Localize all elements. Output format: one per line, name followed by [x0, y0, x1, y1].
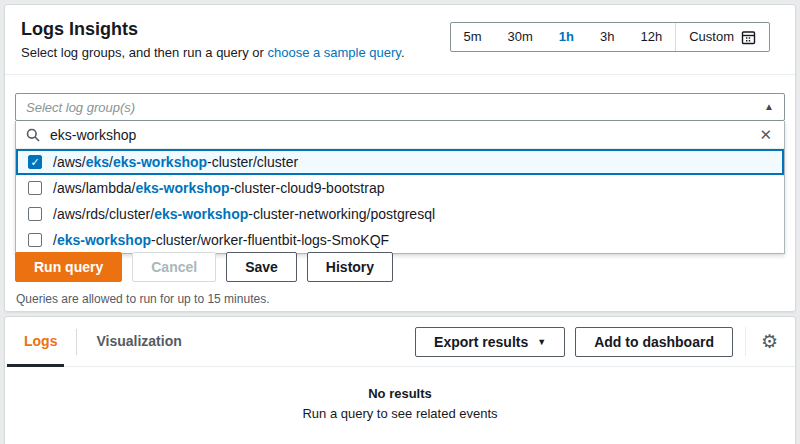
- add-to-dashboard-button[interactable]: Add to dashboard: [575, 327, 733, 357]
- settings-gear-icon[interactable]: ⚙: [756, 332, 783, 351]
- sample-query-link[interactable]: choose a sample query: [267, 45, 400, 60]
- time-range-label: 30m: [508, 23, 533, 51]
- log-group-dropdown: ✕ ✓/aws/eks/eks-workshop-cluster/cluster…: [15, 121, 785, 254]
- tab-logs[interactable]: Logs: [5, 317, 76, 366]
- empty-state-title: No results: [5, 386, 795, 401]
- checkbox-unchecked[interactable]: [28, 207, 42, 221]
- results-tabbar: Logs Visualization Export results ▼ Add …: [5, 317, 795, 367]
- checkbox-unchecked[interactable]: [28, 233, 42, 247]
- results-actions: Export results ▼ Add to dashboard ⚙: [415, 327, 783, 357]
- time-range-option-12h[interactable]: 12h: [628, 23, 676, 51]
- export-results-label: Export results: [434, 334, 528, 350]
- log-group-label: /aws/lambda/eks-workshop-cluster-cloud9-…: [53, 180, 384, 196]
- checkbox-unchecked[interactable]: [28, 181, 42, 195]
- settings-divider: [745, 327, 746, 356]
- log-group-label: /aws/eks/eks-workshop-cluster/cluster: [53, 154, 298, 170]
- log-group-option[interactable]: /aws/lambda/eks-workshop-cluster-cloud9-…: [16, 175, 784, 201]
- time-range-option-custom[interactable]: Custom: [675, 23, 769, 51]
- clear-search-icon[interactable]: ✕: [757, 126, 774, 144]
- checkbox-checked[interactable]: ✓: [28, 155, 42, 169]
- time-range-option-3h[interactable]: 3h: [587, 23, 627, 51]
- search-icon: [26, 128, 40, 142]
- header-divider: [5, 74, 795, 75]
- time-range-label: 1h: [559, 23, 574, 51]
- time-range-label: 3h: [600, 23, 614, 51]
- run-query-button[interactable]: Run query: [15, 252, 122, 282]
- chevron-down-icon: ▼: [537, 337, 546, 347]
- history-button[interactable]: History: [307, 252, 393, 282]
- query-panel: Logs Insights Select log groups, and the…: [4, 4, 796, 312]
- time-range-option-5m[interactable]: 5m: [451, 23, 495, 51]
- time-range-label: 5m: [464, 23, 482, 51]
- log-group-label: /eks-workshop-cluster/worker-fluentbit-l…: [53, 232, 389, 248]
- cancel-button[interactable]: Cancel: [132, 252, 216, 282]
- empty-state-message: Run a query to see related events: [5, 406, 795, 421]
- time-range-selector: 5m30m1h3h12hCustom: [450, 22, 771, 52]
- log-group-search-row: ✕: [16, 121, 784, 149]
- log-group-option[interactable]: ✓/aws/eks/eks-workshop-cluster/cluster: [16, 149, 784, 175]
- log-group-option[interactable]: /eks-workshop-cluster/worker-fluentbit-l…: [16, 227, 784, 253]
- time-range-option-30m[interactable]: 30m: [495, 23, 546, 51]
- time-range-label: 12h: [641, 23, 663, 51]
- save-button[interactable]: Save: [226, 252, 297, 282]
- time-range-label: Custom: [689, 23, 734, 51]
- subtitle-period: .: [401, 45, 405, 60]
- log-group-placeholder: Select log group(s): [26, 100, 764, 115]
- subtitle-text: Select log groups, and then run a query …: [21, 45, 267, 60]
- tab-visualization[interactable]: Visualization: [77, 317, 200, 366]
- chevron-up-icon[interactable]: ▲: [764, 102, 774, 112]
- log-group-option[interactable]: /aws/rds/cluster/eks-workshop-cluster-ne…: [16, 201, 784, 227]
- time-range-option-1h[interactable]: 1h: [546, 23, 587, 51]
- calendar-icon: [741, 30, 756, 45]
- log-group-options: ✓/aws/eks/eks-workshop-cluster/cluster/a…: [16, 149, 784, 253]
- log-group-select[interactable]: Select log group(s) ▲: [15, 93, 785, 121]
- query-actions: Run query Cancel Save History: [15, 252, 393, 282]
- log-group-label: /aws/rds/cluster/eks-workshop-cluster-ne…: [53, 206, 435, 222]
- export-results-button[interactable]: Export results ▼: [415, 327, 565, 357]
- log-group-search-input[interactable]: [48, 126, 757, 144]
- empty-state: No results Run a query to see related ev…: [5, 386, 795, 421]
- query-limit-note: Queries are allowed to run for up to 15 …: [16, 292, 269, 306]
- results-panel: Logs Visualization Export results ▼ Add …: [4, 316, 796, 444]
